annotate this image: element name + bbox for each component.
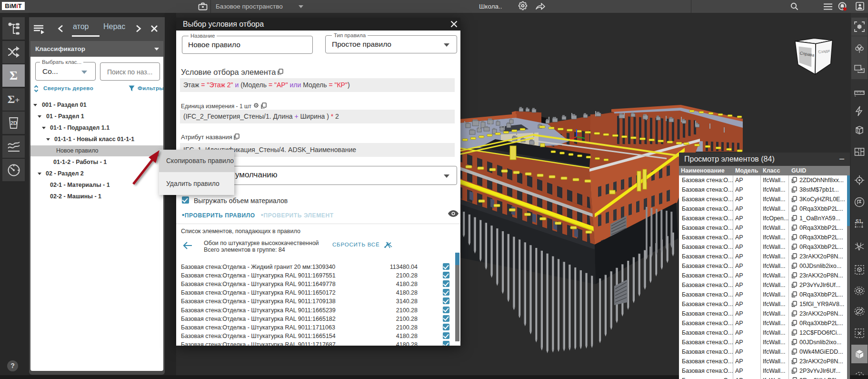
svg-text:2D: 2D: [10, 120, 17, 126]
svg-text:S1: S1: [856, 219, 862, 224]
